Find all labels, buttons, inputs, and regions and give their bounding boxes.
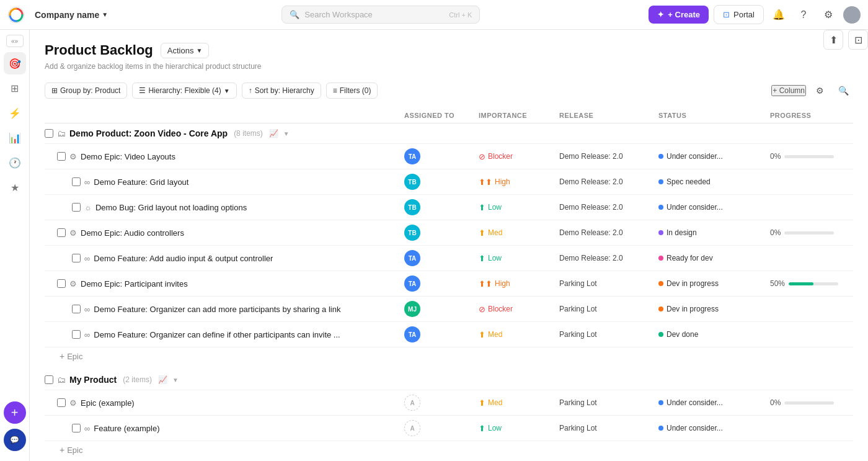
filter-icon: ≡: [333, 86, 337, 95]
group-by-button[interactable]: ⊞ Group by: Product: [45, 83, 127, 99]
actions-button[interactable]: Actions ▼: [161, 43, 210, 58]
release-cell: Parking Lot: [559, 279, 658, 288]
progress-percent: 50%: [770, 279, 785, 288]
avatar[interactable]: TB: [404, 174, 420, 190]
row-checkbox[interactable]: [72, 330, 81, 339]
status-cell: Under consider...: [658, 398, 770, 407]
progress-cell: 0%: [770, 228, 868, 237]
progress-bar: [784, 401, 834, 405]
row-type-icon: ⚙: [69, 152, 77, 161]
column-settings-button[interactable]: ⚙: [810, 81, 830, 101]
filters-button[interactable]: ≡ Filters (0): [326, 83, 378, 99]
sidebar-add-button[interactable]: +: [4, 401, 26, 424]
importance-cell: ⬆ Low: [479, 203, 559, 212]
add-epic-button[interactable]: + Epic: [45, 347, 853, 365]
status-dot: [658, 230, 663, 235]
table-row: ∞ Feature (example) A ⬆ Low Parking Lot …: [45, 416, 853, 441]
importance-label: High: [495, 279, 510, 288]
status-dot: [658, 332, 663, 337]
row-checkbox[interactable]: [72, 254, 81, 262]
sidebar-notify-button[interactable]: 💬: [4, 429, 26, 451]
product-checkbox[interactable]: [45, 375, 53, 384]
status-dot: [658, 179, 663, 184]
table-row: ∞ Demo Feature: Grid layout TB ⬆⬆ High D…: [45, 169, 853, 195]
table-row: ⚙ Demo Epic: Participant invites TA ⬆⬆ H…: [45, 271, 853, 297]
progress-percent: 0%: [770, 152, 781, 161]
row-title-cell: ∞ Demo Feature: Organizer can define if …: [45, 330, 404, 339]
page-title-row: Product Backlog Actions ▼ ⬆ ⊡: [45, 42, 853, 58]
sidebar-icon-target[interactable]: 🎯: [4, 52, 26, 74]
toolbar: ⊞ Group by: Product ☰ Hierarchy: Flexibl…: [30, 76, 868, 108]
importance-cell: ⬆ Med: [479, 398, 559, 408]
avatar[interactable]: TA: [404, 148, 420, 164]
chevron-down-icon[interactable]: ▼: [172, 377, 179, 383]
row-title-cell: ⚙ Epic (example): [45, 398, 404, 408]
table-row: ∞ Demo Feature: Add audio input & output…: [45, 246, 853, 271]
sidebar-icon-chart[interactable]: 📊: [4, 127, 26, 149]
sort-icon: ↑: [249, 86, 252, 95]
progress-fill: [789, 282, 813, 285]
assigned-cell: TB: [404, 225, 479, 241]
release-cell: Demo Release: 2.0: [559, 177, 658, 186]
sidebar-icon-clock[interactable]: 🕐: [4, 151, 26, 174]
avatar[interactable]: A: [404, 420, 420, 436]
row-name: Demo Epic: Video Layouts: [81, 152, 175, 161]
avatar[interactable]: MJ: [404, 301, 420, 317]
importance-label: Low: [488, 424, 502, 432]
row-checkbox[interactable]: [72, 424, 81, 432]
status-cell: Spec needed: [658, 177, 770, 186]
progress-cell: 0%: [770, 398, 868, 407]
create-button[interactable]: ✦ + Create: [649, 6, 709, 24]
importance-cell: ⊘ Blocker: [479, 152, 559, 161]
help-button[interactable]: ?: [794, 5, 813, 25]
add-epic-button[interactable]: + Epic: [45, 441, 853, 459]
notifications-button[interactable]: 🔔: [769, 5, 789, 25]
row-checkbox[interactable]: [57, 228, 66, 237]
avatar[interactable]: TA: [404, 275, 420, 292]
importance-label: Low: [488, 254, 502, 262]
sidebar-icon-lightning[interactable]: ⚡: [4, 102, 26, 124]
hierarchy-button[interactable]: ☰ Hierarchy: Flexible (4) ▼: [132, 83, 236, 99]
chevron-down-icon[interactable]: ▼: [283, 130, 290, 137]
avatar[interactable]: [843, 6, 861, 24]
status-cell: Dev in progress: [658, 279, 770, 288]
search-input-container[interactable]: 🔍 Search Workspace Ctrl + K: [281, 6, 480, 24]
sidebar-expand-btn[interactable]: «»: [6, 35, 24, 47]
avatar[interactable]: TB: [404, 199, 420, 215]
avatar[interactable]: TB: [404, 225, 420, 241]
row-checkbox[interactable]: [72, 203, 81, 212]
add-column-button[interactable]: + Column: [771, 85, 806, 96]
row-title-cell: ∞ Feature (example): [45, 424, 404, 433]
page-title: Product Backlog: [45, 42, 153, 58]
page-subtitle: Add & organize backlog items in the hier…: [45, 62, 853, 71]
row-name: Epic (example): [81, 398, 135, 408]
sort-by-button[interactable]: ↑ Sort by: Hierarchy: [242, 83, 321, 99]
status-label: Dev done: [666, 330, 698, 339]
table-search-button[interactable]: 🔍: [833, 81, 853, 101]
sidebar-icon-grid[interactable]: ⊞: [4, 77, 26, 99]
row-checkbox[interactable]: [72, 305, 81, 313]
row-checkbox[interactable]: [57, 279, 66, 288]
sidebar-icon-star[interactable]: ★: [4, 176, 26, 199]
status-dot: [658, 426, 663, 431]
avatar[interactable]: A: [404, 395, 420, 411]
table-container: ASSIGNED TO IMPORTANCE RELEASE STATUS PR…: [30, 108, 868, 459]
row-checkbox[interactable]: [57, 152, 66, 161]
settings-button[interactable]: ⚙: [818, 5, 838, 25]
hierarchy-icon: ☰: [139, 86, 146, 95]
row-title-cell: ∞ Demo Feature: Grid layout: [45, 177, 404, 187]
company-name[interactable]: Company name ▼: [30, 7, 113, 22]
release-cell: Demo Release: 2.0: [559, 254, 658, 262]
avatar[interactable]: TA: [404, 326, 420, 342]
row-name: Demo Feature: Add audio input & output c…: [94, 254, 273, 263]
portal-button[interactable]: ⊡ Portal: [714, 5, 764, 24]
row-checkbox[interactable]: [72, 177, 81, 186]
release-cell: Demo Release: 2.0: [559, 152, 658, 161]
view-button[interactable]: ⊡: [848, 30, 868, 50]
share-button[interactable]: ⬆: [823, 30, 843, 50]
table-row: ⚙ Epic (example) A ⬆ Med Parking Lot Und…: [45, 390, 853, 416]
avatar[interactable]: TA: [404, 250, 420, 266]
product-checkbox[interactable]: [45, 129, 53, 138]
status-cell: Ready for dev: [658, 254, 770, 262]
row-checkbox[interactable]: [57, 398, 66, 407]
